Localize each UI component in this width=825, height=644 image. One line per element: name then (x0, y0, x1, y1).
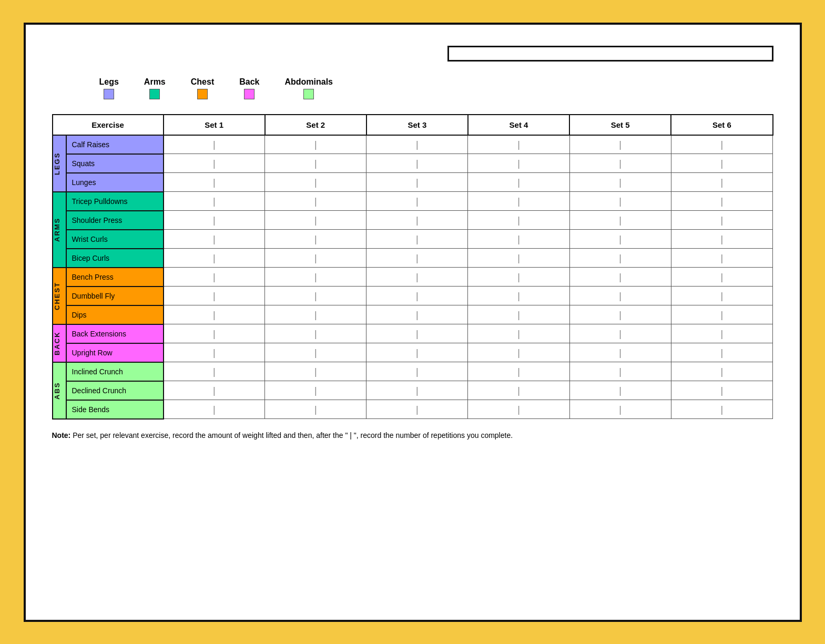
set-cell[interactable] (671, 211, 772, 230)
exercise-name: Bench Press (66, 268, 164, 287)
set-cell[interactable] (164, 192, 265, 211)
set-cell[interactable] (366, 305, 468, 324)
set-cell[interactable] (569, 324, 671, 343)
set-cell[interactable] (164, 249, 265, 268)
table-row: Squats (53, 154, 773, 173)
set-cell[interactable] (164, 268, 265, 287)
set-cell[interactable] (265, 287, 366, 305)
set-cell[interactable] (366, 154, 468, 173)
set-cell[interactable] (671, 324, 772, 343)
set-cell[interactable] (366, 249, 468, 268)
set-cell[interactable] (164, 305, 265, 324)
table-row: Lunges (53, 173, 773, 192)
set-cell[interactable] (671, 362, 772, 381)
set-cell[interactable] (569, 211, 671, 230)
set-cell[interactable] (671, 381, 772, 400)
set-cell[interactable] (164, 154, 265, 173)
set-cell[interactable] (569, 381, 671, 400)
set-cell[interactable] (164, 287, 265, 305)
set-cell[interactable] (366, 192, 468, 211)
set-cell[interactable] (671, 249, 772, 268)
table-row: Bicep Curls (53, 249, 773, 268)
set-cell[interactable] (671, 268, 772, 287)
set-cell[interactable] (265, 324, 366, 343)
set-cell[interactable] (366, 400, 468, 419)
set-cell[interactable] (468, 362, 569, 381)
set-cell[interactable] (468, 287, 569, 305)
set-cell[interactable] (164, 211, 265, 230)
set-cell[interactable] (164, 343, 265, 362)
set-cell[interactable] (468, 192, 569, 211)
set-cell[interactable] (671, 154, 772, 173)
exercise-name: Dips (66, 305, 164, 324)
set-cell[interactable] (671, 135, 772, 154)
set-cell[interactable] (569, 192, 671, 211)
set-cell[interactable] (569, 154, 671, 173)
set-cell[interactable] (569, 135, 671, 154)
set-cell[interactable] (366, 211, 468, 230)
set-cell[interactable] (569, 287, 671, 305)
set-cell[interactable] (366, 343, 468, 362)
set-cell[interactable] (265, 343, 366, 362)
set-cell[interactable] (164, 324, 265, 343)
set-cell[interactable] (468, 211, 569, 230)
set-cell[interactable] (468, 324, 569, 343)
set-cell[interactable] (164, 381, 265, 400)
set-cell[interactable] (468, 135, 569, 154)
set-cell[interactable] (569, 268, 671, 287)
set-cell[interactable] (164, 173, 265, 192)
set-cell[interactable] (569, 400, 671, 419)
set-cell[interactable] (468, 343, 569, 362)
set-cell[interactable] (366, 287, 468, 305)
key-abdominals-color (303, 89, 314, 99)
set-cell[interactable] (265, 230, 366, 249)
set-cell[interactable] (366, 381, 468, 400)
set-cell[interactable] (569, 173, 671, 192)
table-row: Dumbbell Fly (53, 287, 773, 305)
set-cell[interactable] (265, 211, 366, 230)
set-cell[interactable] (569, 230, 671, 249)
set-cell[interactable] (671, 287, 772, 305)
set-cell[interactable] (265, 400, 366, 419)
set-cell[interactable] (468, 268, 569, 287)
set-cell[interactable] (569, 249, 671, 268)
set-cell[interactable] (468, 249, 569, 268)
set-cell[interactable] (468, 154, 569, 173)
set-cell[interactable] (366, 324, 468, 343)
set-cell[interactable] (265, 381, 366, 400)
set-cell[interactable] (671, 343, 772, 362)
set-cell[interactable] (164, 230, 265, 249)
set-cell[interactable] (569, 343, 671, 362)
set-cell[interactable] (366, 268, 468, 287)
set-cell[interactable] (468, 381, 569, 400)
set-cell[interactable] (671, 230, 772, 249)
set-cell[interactable] (265, 362, 366, 381)
set-cell[interactable] (366, 135, 468, 154)
set-cell[interactable] (366, 230, 468, 249)
header-set5: Set 5 (569, 115, 671, 135)
set-cell[interactable] (468, 173, 569, 192)
set-cell[interactable] (366, 362, 468, 381)
set-cell[interactable] (164, 400, 265, 419)
set-cell[interactable] (569, 305, 671, 324)
set-cell[interactable] (671, 192, 772, 211)
set-cell[interactable] (468, 400, 569, 419)
set-cell[interactable] (265, 192, 366, 211)
set-cell[interactable] (265, 249, 366, 268)
set-cell[interactable] (671, 305, 772, 324)
set-cell[interactable] (671, 400, 772, 419)
set-cell[interactable] (164, 135, 265, 154)
set-cell[interactable] (366, 173, 468, 192)
header-set1: Set 1 (164, 115, 265, 135)
set-cell[interactable] (468, 305, 569, 324)
key-legs-color (104, 89, 114, 99)
set-cell[interactable] (265, 154, 366, 173)
set-cell[interactable] (265, 173, 366, 192)
set-cell[interactable] (569, 362, 671, 381)
set-cell[interactable] (265, 268, 366, 287)
set-cell[interactable] (671, 173, 772, 192)
set-cell[interactable] (265, 135, 366, 154)
set-cell[interactable] (468, 230, 569, 249)
set-cell[interactable] (164, 362, 265, 381)
set-cell[interactable] (265, 305, 366, 324)
